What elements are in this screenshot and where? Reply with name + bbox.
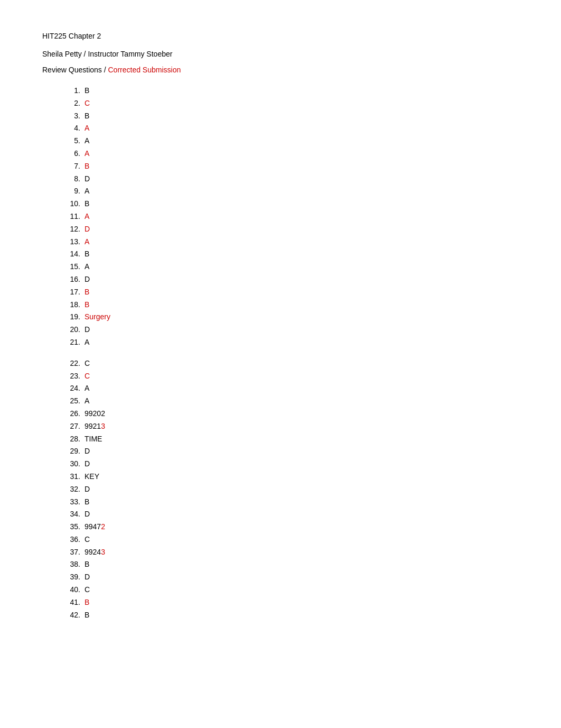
subtitle: Sheila Petty / Instructor Tammy Stoeber [42,50,519,58]
item-number: 33. [63,496,80,509]
page-title: HIT225 Chapter 2 [42,32,519,40]
item-answer: B [85,497,89,506]
item-number: 37. [63,546,80,559]
list-item: 37.99243 [63,546,519,559]
item-answer: D [85,510,90,518]
item-number: 24. [63,382,80,395]
item-number: 28. [63,433,80,446]
item-answer: 99202 [85,409,105,418]
breadcrumb-static: Review Questions / [42,66,106,74]
item-answer: C [85,359,90,367]
item-answer: D [85,485,90,493]
list-item: 22.C [63,357,519,370]
item-answer: B [85,288,89,296]
item-number: 13. [63,236,80,248]
item-answer: A [85,136,89,145]
item-answer: A [85,212,89,220]
list-item: 17.B [63,286,519,299]
item-number: 19. [63,311,80,324]
list-item: 21.A [63,336,519,349]
list-item: 26.99202 [63,408,519,420]
item-number: 29. [63,445,80,458]
item-number: 17. [63,286,80,299]
list-item: 40.C [63,584,519,596]
item-answer: D [85,325,90,334]
breadcrumb-link[interactable]: Corrected Submission [108,66,181,74]
item-number: 22. [63,357,80,370]
item-answer: 99243 [85,548,105,556]
item-number: 20. [63,324,80,336]
item-number: 21. [63,336,80,349]
item-answer: B [85,112,89,120]
item-number: 3. [63,110,80,123]
item-answer: B [85,199,89,208]
item-number: 25. [63,395,80,408]
list-item: 42.B [63,609,519,622]
item-answer: TIME [85,435,102,443]
list-item: 32.D [63,483,519,496]
item-answer: A [85,338,89,346]
item-number: 26. [63,408,80,420]
item-answer: B [85,250,89,258]
list-item: 29.D [63,445,519,458]
list-item: 38.B [63,558,519,571]
list-item: 5.A [63,135,519,148]
list-item: 24.A [63,382,519,395]
item-answer: B [85,86,89,95]
list-item: 41.B [63,596,519,609]
item-number: 14. [63,248,80,261]
item-number: 10. [63,198,80,210]
item-answer: A [85,149,89,158]
list-item: 2.C [63,97,519,110]
answers-list: 1.B2.C3.B4.A5.A6.A7.B8.D9.A10.B11.A12.D1… [42,85,519,621]
list-item: 1.B [63,85,519,97]
item-answer: B [85,611,89,619]
item-number: 23. [63,370,80,383]
item-answer: D [85,447,90,455]
item-number: 15. [63,261,80,273]
list-item: 31.KEY [63,471,519,483]
item-number: 7. [63,160,80,173]
list-item: 7.B [63,160,519,173]
item-answer: A [85,237,89,246]
spacer [63,349,519,357]
item-number: 5. [63,135,80,148]
list-item: 11.A [63,210,519,223]
item-number: 42. [63,609,80,622]
list-item: 8.D [63,173,519,186]
list-item: 13.A [63,236,519,248]
item-number: 35. [63,521,80,533]
list-item: 14.B [63,248,519,261]
list-item: 36.C [63,533,519,546]
list-item: 33.B [63,496,519,509]
item-number: 6. [63,148,80,160]
item-number: 8. [63,173,80,186]
item-answer: A [85,397,89,405]
list-item: 16.D [63,273,519,286]
item-number: 1. [63,85,80,97]
list-item: 4.A [63,122,519,135]
list-item: 30.D [63,458,519,471]
item-answer: B [85,162,89,170]
item-number: 30. [63,458,80,471]
item-number: 2. [63,97,80,110]
list-item: 27.99213 [63,420,519,433]
item-answer: 99472 [85,522,105,531]
list-item: 35.99472 [63,521,519,533]
item-answer: A [85,384,89,392]
list-item: 10.B [63,198,519,210]
item-answer: 99213 [85,422,105,430]
item-answer: B [85,598,89,606]
item-number: 12. [63,223,80,236]
list-item: 20.D [63,324,519,336]
item-number: 27. [63,420,80,433]
item-answer: C [85,535,90,543]
item-answer: C [85,372,90,380]
item-number: 38. [63,558,80,571]
item-answer: B [85,300,89,309]
item-answer: A [85,262,89,271]
item-number: 4. [63,122,80,135]
item-number: 31. [63,471,80,483]
item-number: 11. [63,210,80,223]
item-number: 34. [63,508,80,521]
